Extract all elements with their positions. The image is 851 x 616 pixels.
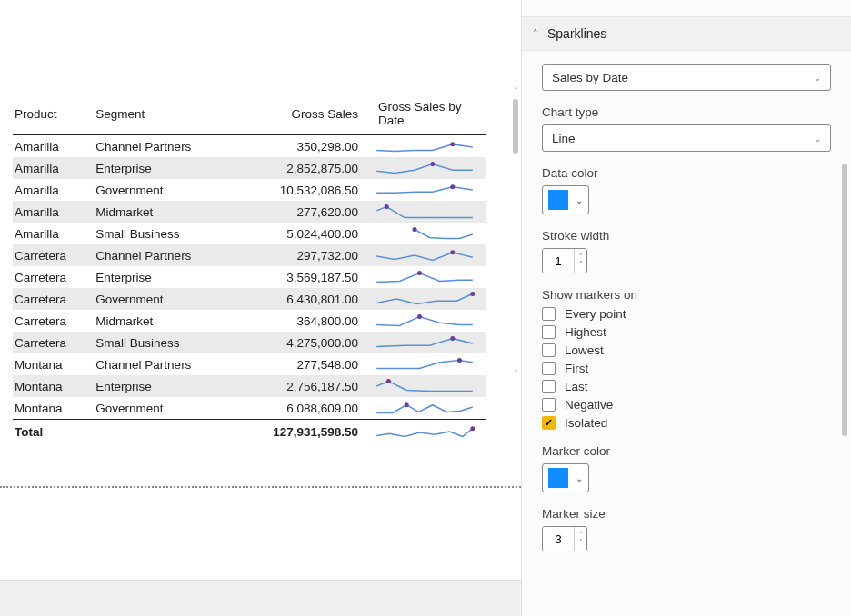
data-color-picker[interactable]: ⌄ — [542, 185, 589, 214]
checkbox-every[interactable]: Every point — [542, 307, 831, 321]
cell-sparkline — [367, 375, 486, 397]
checkbox-label: Last — [565, 380, 588, 393]
table-row[interactable]: CarreteraMidmarket364,800.00 — [13, 310, 486, 332]
col-segment[interactable]: Segment — [94, 94, 235, 135]
checkbox-label: Isolated — [565, 416, 607, 430]
report-table-container: ˄ ˅ Product Segment Gross Sales Gross Sa… — [0, 82, 521, 442]
cell-gross: 350,298.00 — [235, 135, 367, 158]
svg-point-8 — [417, 314, 422, 319]
cell-gross: 277,548.00 — [235, 353, 367, 375]
marker-size-stepper[interactable]: ˄ ˅ — [542, 526, 587, 551]
checkbox-icon[interactable] — [542, 380, 556, 393]
table-row[interactable]: CarreteraSmall Business4,275,000.00 — [13, 332, 486, 353]
data-color-label: Data color — [542, 166, 831, 180]
marker-size-input[interactable] — [543, 527, 574, 551]
cell-gross: 6,088,609.00 — [235, 397, 367, 420]
checkbox-icon[interactable] — [542, 325, 556, 339]
table-row[interactable]: AmarillaEnterprise2,852,875.00 — [13, 157, 486, 179]
checkbox-first[interactable]: First — [542, 362, 831, 375]
table-row[interactable]: CarreteraEnterprise3,569,187.50 — [13, 266, 486, 288]
cell-sparkline — [367, 310, 486, 332]
step-down-icon[interactable]: ˅ — [575, 539, 586, 546]
cell-product: Carretera — [13, 332, 94, 353]
col-product[interactable]: Product — [13, 94, 94, 135]
scroll-thumb[interactable] — [513, 99, 518, 154]
stroke-width-input[interactable] — [543, 249, 574, 273]
checkbox-label: Negative — [565, 398, 613, 412]
cell-product: Amarilla — [13, 157, 94, 179]
checkbox-last[interactable]: Last — [542, 380, 831, 393]
svg-point-0 — [450, 142, 455, 146]
cell-product: Amarilla — [13, 201, 94, 223]
svg-point-2 — [450, 184, 455, 189]
cell-segment: Small Business — [94, 332, 235, 353]
svg-point-7 — [470, 292, 475, 296]
cell-segment: Government — [94, 397, 235, 420]
checkbox-icon[interactable] — [542, 398, 556, 412]
cell-gross: 277,620.00 — [235, 201, 367, 223]
scroll-up-icon[interactable]: ˄ — [514, 87, 518, 95]
chart-type-select[interactable]: Line ⌄ — [542, 124, 831, 152]
chart-type-value: Line — [552, 132, 576, 145]
table-row[interactable]: AmarillaGovernment10,532,086.50 — [13, 179, 486, 201]
cell-gross: 297,732.00 — [235, 244, 367, 266]
checkbox-isolated[interactable]: Isolated — [542, 416, 831, 430]
marker-color-picker[interactable]: ⌄ — [542, 463, 589, 492]
step-up-icon[interactable]: ˄ — [575, 253, 586, 261]
checkbox-label: Every point — [565, 307, 626, 321]
step-up-icon[interactable]: ˄ — [575, 532, 586, 539]
checkbox-highest[interactable]: Highest — [542, 325, 831, 339]
table-row[interactable]: CarreteraGovernment6,430,801.00 — [13, 288, 486, 310]
table-row[interactable]: AmarillaMidmarket277,620.00 — [13, 201, 486, 223]
chart-type-label: Chart type — [542, 105, 831, 119]
table-row[interactable]: CarreteraChannel Partners297,732.00 — [13, 244, 486, 266]
cell-gross: 2,756,187.50 — [235, 375, 367, 397]
checkbox-negative[interactable]: Negative — [542, 398, 831, 412]
sparkline-field-select[interactable]: Sales by Date ⌄ — [542, 64, 831, 91]
cell-sparkline — [367, 223, 486, 244]
cell-segment: Enterprise — [94, 157, 235, 179]
table-row[interactable]: MontanaGovernment6,088,609.00 — [13, 397, 486, 420]
cell-segment: Midmarket — [94, 201, 235, 223]
checkbox-icon[interactable] — [542, 416, 556, 430]
cell-gross: 6,430,801.00 — [235, 288, 367, 310]
checkbox-icon[interactable] — [542, 307, 556, 321]
checkbox-icon[interactable] — [542, 343, 556, 357]
markers-checklist: Every pointHighestLowestFirstLastNegativ… — [542, 307, 831, 430]
cell-segment: Midmarket — [94, 310, 235, 332]
sparkline-field-value: Sales by Date — [552, 71, 628, 84]
sales-table: Product Segment Gross Sales Gross Sales … — [13, 94, 486, 442]
checkbox-label: Highest — [565, 325, 606, 339]
stroke-width-stepper[interactable]: ˄ ˅ — [542, 248, 587, 273]
col-sparkline[interactable]: Gross Sales by Date — [367, 94, 486, 135]
checkbox-label: Lowest — [565, 343, 604, 357]
svg-point-1 — [430, 162, 435, 166]
cell-gross: 2,852,875.00 — [235, 157, 367, 179]
step-down-icon[interactable]: ˅ — [575, 261, 586, 268]
svg-point-3 — [385, 204, 389, 209]
cell-segment: Channel Partners — [94, 353, 235, 375]
table-row[interactable]: AmarillaChannel Partners350,298.00 — [13, 135, 486, 158]
section-sparklines-header[interactable]: ˄ Sparklines — [522, 16, 851, 51]
cell-segment: Enterprise — [94, 266, 235, 288]
cell-gross: 5,024,400.00 — [235, 223, 367, 244]
chevron-down-icon: ⌄ — [576, 473, 583, 483]
checkbox-lowest[interactable]: Lowest — [542, 343, 831, 357]
svg-point-9 — [450, 336, 455, 341]
table-row[interactable]: AmarillaSmall Business5,024,400.00 — [13, 223, 486, 244]
checkbox-icon[interactable] — [542, 362, 556, 375]
pane-scroll-thumb[interactable] — [842, 164, 847, 436]
table-row[interactable]: MontanaEnterprise2,756,187.50 — [13, 375, 486, 397]
col-gross[interactable]: Gross Sales — [235, 94, 367, 135]
table-row[interactable]: MontanaChannel Partners277,548.00 — [13, 353, 486, 375]
marker-size-label: Marker size — [542, 507, 831, 521]
cell-product: Carretera — [13, 266, 94, 288]
cell-segment: Government — [94, 179, 235, 201]
cell-segment: Channel Partners — [94, 135, 235, 158]
svg-point-5 — [450, 250, 455, 254]
cell-product: Carretera — [13, 288, 94, 310]
cell-product: Carretera — [13, 310, 94, 332]
table-scrollbar[interactable]: ˄ ˅ — [510, 87, 521, 378]
cell-sparkline — [367, 332, 486, 353]
scroll-down-icon[interactable]: ˅ — [514, 370, 518, 378]
